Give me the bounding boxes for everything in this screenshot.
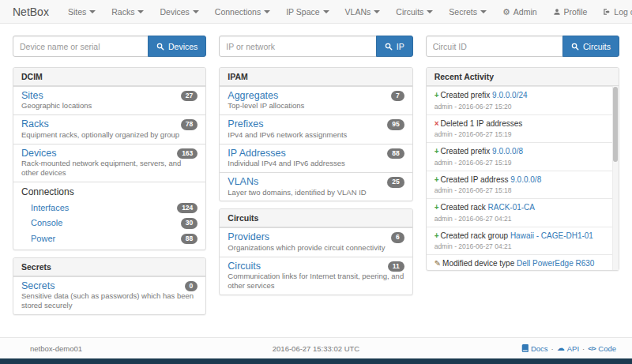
panel-list-item: Prefixes 95 IPv4 and IPv6 network assign… <box>220 114 412 143</box>
search-icon <box>571 43 579 51</box>
count-badge: 88 <box>387 148 404 159</box>
menu-item-label: Secrets <box>449 7 477 17</box>
menu-item[interactable]: VLANs <box>337 0 389 24</box>
caret-down-icon <box>137 10 144 13</box>
caret-down-icon <box>193 10 199 13</box>
ip-search-button[interactable]: IP <box>376 36 413 57</box>
menu-item[interactable]: Devices <box>152 0 206 24</box>
profile-link[interactable]: Profile <box>545 0 596 24</box>
item-link[interactable]: VLANs <box>228 176 258 187</box>
menu-item[interactable]: Connections <box>207 0 278 24</box>
activity-link[interactable]: 9.0.0.0/8 <box>492 147 523 156</box>
panel-list-item: IP Addresses 88 Individual IPv4 and IPv6… <box>220 144 412 172</box>
plus-icon: + <box>434 175 439 184</box>
item-link[interactable]: Secrets <box>21 280 55 291</box>
item-link[interactable]: Interfaces <box>31 203 69 212</box>
item-description: IPv4 and IPv6 network assignments <box>228 130 404 140</box>
activity-meta: admin - 2016-06-27 15:18 <box>434 186 606 194</box>
item-link[interactable]: Prefixes <box>228 118 263 129</box>
device-search-input[interactable] <box>13 36 149 57</box>
item-link[interactable]: Aggregates <box>228 90 278 101</box>
footer-separator: · <box>582 344 585 353</box>
menu-item[interactable]: Sites <box>60 0 103 24</box>
api-label: API <box>567 344 579 353</box>
device-search-button[interactable]: Devices <box>148 36 206 57</box>
menu-item-label: IP Space <box>286 7 319 17</box>
activity-list: +Created prefix 9.0.0.0/24 admin - 2016-… <box>427 86 619 270</box>
item-description: Sensitive data (such as passwords) which… <box>21 291 198 310</box>
count-badge: 30 <box>181 218 198 228</box>
ip-search-input[interactable] <box>219 36 376 57</box>
profile-label: Profile <box>564 7 588 17</box>
count-badge: 163 <box>177 148 198 159</box>
activity-item: ✎Modified device type Dell PowerEdge R63… <box>427 254 619 270</box>
admin-link[interactable]: ⚙ Admin <box>495 0 545 24</box>
connections-title: Connections <box>21 186 198 197</box>
code-link[interactable]: </> Code <box>588 344 616 353</box>
menu-item[interactable]: Racks <box>103 0 152 24</box>
activity-link[interactable]: 9.0.0.0/24 <box>492 91 527 99</box>
activity-action: Modified device type <box>442 259 514 268</box>
activity-item: ×Deleted 1 IP addresses admin - 2016-06-… <box>427 114 619 143</box>
hostname: netbox-demo01 <box>30 344 82 353</box>
caret-down-icon <box>323 10 329 13</box>
device-search-label: Devices <box>168 42 198 51</box>
panel-list-item: Racks 78 Equipment racks, optionally org… <box>13 114 205 143</box>
circuit-search-button[interactable]: Circuits <box>562 36 619 57</box>
plus-icon: + <box>434 147 439 156</box>
dcim-list: Sites 27 Geographic locations Racks 78 E… <box>13 86 205 182</box>
item-description: Organizations which provide circuit conn… <box>228 243 404 253</box>
api-link[interactable]: ☁ API <box>557 344 579 353</box>
ipam-list: Aggregates 7 Top-level IP allocations Pr… <box>220 86 412 201</box>
docs-label: Docs <box>531 344 548 353</box>
brand-logo[interactable]: NetBox <box>6 6 55 18</box>
activity-link[interactable]: Hawaii - CAGE-DH1-01 <box>510 231 593 240</box>
item-link[interactable]: Racks <box>21 118 49 129</box>
circuit-search-input[interactable] <box>426 36 563 57</box>
cloud-icon: ☁ <box>557 344 565 352</box>
code-label: Code <box>598 344 616 353</box>
panel-list-item: Circuits 11 Communication links for Inte… <box>220 257 412 295</box>
item-description: Rack-mounted network equipment, servers,… <box>21 159 198 178</box>
activity-link[interactable]: 9.0.0.0/8 <box>510 175 541 184</box>
item-link[interactable]: Providers <box>228 231 269 242</box>
plus-icon: + <box>434 91 439 99</box>
logout-link[interactable]: Log out <box>595 0 632 24</box>
item-description: Geographic locations <box>21 101 198 111</box>
recent-activity-panel: Recent Activity +Created prefix 9.0.0.0/… <box>426 67 619 271</box>
user-icon <box>553 8 561 16</box>
count-badge: 27 <box>181 91 198 101</box>
item-link[interactable]: IP Addresses <box>228 148 285 159</box>
menu-item[interactable]: Secrets <box>441 0 495 24</box>
circuits-panel-title: Circuits <box>220 209 412 227</box>
activity-meta: admin - 2016-06-27 04:21 <box>434 215 606 223</box>
column-right: Recent Activity +Created prefix 9.0.0.0/… <box>426 67 619 278</box>
item-link[interactable]: Devices <box>21 148 56 159</box>
scrollbar-thumb[interactable] <box>613 87 618 162</box>
panel-list-item: Aggregates 7 Top-level IP allocations <box>220 86 412 114</box>
item-link[interactable]: Circuits <box>228 261 261 272</box>
menu-item[interactable]: Circuits <box>388 0 441 24</box>
menu-item[interactable]: IP Space <box>278 0 337 24</box>
pencil-icon: ✎ <box>434 259 441 268</box>
activity-action: Created rack <box>441 203 486 212</box>
activity-meta: admin - 2016-06-27 15:19 <box>434 130 606 138</box>
activity-action: Created IP address <box>441 175 509 184</box>
item-link[interactable]: Sites <box>21 90 43 101</box>
caret-down-icon <box>89 10 96 13</box>
activity-link[interactable]: RACK-01-CA <box>488 203 535 212</box>
docs-link[interactable]: Docs <box>521 344 548 353</box>
item-link[interactable]: Power <box>31 234 55 243</box>
gear-icon: ⚙ <box>502 8 510 17</box>
activity-item: +Created rack RACK-01-CA admin - 2016-06… <box>427 198 619 227</box>
count-badge: 0 <box>185 281 198 291</box>
menu-item-label: VLANs <box>345 7 371 17</box>
item-link[interactable]: Console <box>31 218 62 227</box>
activity-link[interactable]: Dell PowerEdge R630 <box>517 259 594 268</box>
count-badge: 78 <box>181 119 198 129</box>
server-time: 2016-06-27 15:33:02 UTC <box>273 344 359 353</box>
footer-separator: · <box>551 344 554 353</box>
scrollbar[interactable] <box>612 86 619 270</box>
ip-search-label: IP <box>397 42 404 51</box>
menu-item-label: Devices <box>160 7 189 17</box>
